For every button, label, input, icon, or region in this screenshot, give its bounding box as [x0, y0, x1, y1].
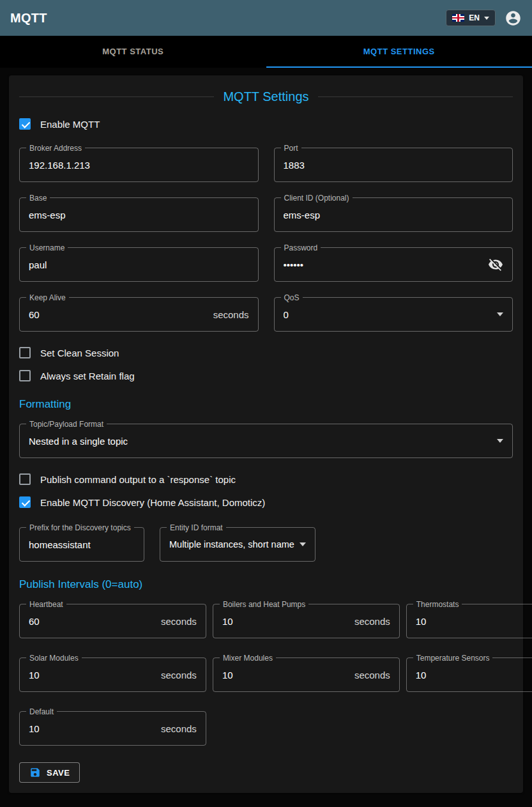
boilers-field: Boilers and Heat Pumps seconds — [213, 604, 400, 638]
base-field: Base — [19, 197, 259, 232]
discovery-prefix-label: Prefix for the Discovery topics — [26, 523, 134, 533]
keep-alive-label: Keep Alive — [26, 293, 69, 303]
save-button-label: SAVE — [47, 768, 70, 778]
port-field: Port — [274, 148, 513, 182]
username-field: Username — [19, 247, 259, 282]
discovery-label: Enable MQTT Discovery (Home Assistant, D… — [40, 497, 265, 508]
topic-format-value: Nested in a single topic — [29, 436, 492, 447]
topic-format-select[interactable]: Topic/Payload Format Nested in a single … — [19, 424, 513, 458]
discovery-checkbox[interactable] — [19, 496, 31, 508]
client-id-input[interactable] — [284, 210, 504, 220]
username-label: Username — [26, 243, 68, 253]
publish-response-row: Publish command output to a `response` t… — [19, 473, 513, 485]
retain-flag-checkbox[interactable] — [19, 370, 31, 381]
entity-id-format-value: Multiple instances, short name — [169, 539, 294, 550]
clean-session-row: Set Clean Session — [19, 347, 513, 358]
heartbeat-suffix: seconds — [161, 616, 197, 627]
heartbeat-field: Heartbeat seconds — [19, 604, 206, 638]
page-title: MQTT Settings — [223, 89, 308, 104]
qos-value: 0 — [284, 309, 492, 320]
base-label: Base — [26, 193, 50, 203]
save-icon — [29, 767, 41, 778]
language-label: EN — [469, 13, 480, 22]
heartbeat-input[interactable] — [29, 616, 156, 627]
password-input[interactable] — [284, 259, 483, 270]
base-clientid-row: Base Client ID (Optional) — [19, 197, 513, 232]
solar-input[interactable] — [29, 670, 156, 680]
keepalive-qos-row: Keep Alive seconds QoS 0 — [19, 297, 513, 332]
tab-mqtt-status[interactable]: MQTT STATUS — [0, 36, 266, 68]
clean-session-label: Set Clean Session — [40, 348, 119, 358]
solar-field: Solar Modules seconds — [19, 657, 206, 692]
broker-address-field: Broker Address — [19, 148, 259, 182]
entity-id-format-label: Entity ID format — [167, 523, 226, 533]
discovery-prefix-field: Prefix for the Discovery topics — [19, 527, 144, 562]
qos-select[interactable]: QoS 0 — [274, 297, 513, 332]
settings-card: MQTT Settings Enable MQTT Broker Address… — [9, 75, 523, 793]
uk-flag-icon — [452, 14, 464, 22]
thermostats-input[interactable] — [416, 616, 532, 627]
formatting-heading: Formatting — [19, 398, 513, 411]
retain-flag-label: Always set Retain flag — [40, 371, 135, 381]
dropdown-arrow-icon — [497, 439, 503, 443]
account-button[interactable] — [505, 10, 522, 27]
mixer-suffix: seconds — [354, 670, 390, 680]
temperature-sensors-label: Temperature Sensors — [413, 653, 493, 663]
broker-address-label: Broker Address — [26, 143, 85, 153]
divider-line — [19, 96, 214, 97]
retain-flag-row: Always set Retain flag — [19, 370, 513, 381]
app-bar-actions: EN — [446, 10, 522, 27]
password-field: Password — [274, 247, 513, 282]
entity-id-format-select[interactable]: Entity ID format Multiple instances, sho… — [160, 527, 315, 562]
username-input[interactable] — [29, 259, 249, 270]
temperature-sensors-field: Temperature Sensors seconds — [406, 657, 532, 692]
app-bar: MQTT EN — [0, 0, 532, 36]
page-title-divider: MQTT Settings — [19, 89, 513, 104]
password-label: Password — [281, 243, 321, 253]
base-input[interactable] — [29, 210, 249, 220]
mixer-input[interactable] — [222, 670, 349, 680]
clean-session-checkbox[interactable] — [19, 347, 31, 358]
enable-mqtt-row: Enable MQTT — [19, 118, 513, 130]
visibility-off-icon[interactable] — [488, 257, 503, 272]
boilers-input[interactable] — [222, 616, 349, 627]
port-input[interactable] — [284, 160, 504, 171]
keep-alive-input[interactable] — [29, 309, 208, 320]
port-label: Port — [281, 143, 301, 153]
broker-address-input[interactable] — [29, 160, 249, 171]
boilers-suffix: seconds — [354, 616, 390, 627]
topic-format-label: Topic/Payload Format — [26, 419, 107, 429]
default-interval-suffix: seconds — [161, 723, 197, 734]
enable-mqtt-checkbox[interactable] — [19, 118, 31, 130]
credentials-row: Username Password — [19, 247, 513, 282]
tab-bar: MQTT STATUS MQTT SETTINGS — [0, 36, 532, 68]
mixer-label: Mixer Modules — [220, 653, 276, 663]
keep-alive-suffix: seconds — [213, 309, 249, 320]
thermostats-label: Thermostats — [413, 599, 462, 610]
discovery-prefix-input[interactable] — [29, 539, 135, 550]
account-circle-icon — [505, 10, 522, 27]
intervals-grid: Heartbeat seconds Boilers and Heat Pumps… — [19, 604, 513, 746]
mixer-field: Mixer Modules seconds — [213, 657, 400, 692]
tab-mqtt-settings[interactable]: MQTT SETTINGS — [266, 36, 532, 68]
app-title: MQTT — [10, 11, 47, 26]
solar-suffix: seconds — [161, 670, 197, 680]
broker-port-row: Broker Address Port — [19, 148, 513, 182]
default-interval-input[interactable] — [29, 723, 156, 734]
temperature-sensors-input[interactable] — [416, 670, 532, 680]
discovery-config-row: Prefix for the Discovery topics Entity I… — [19, 527, 513, 562]
publish-response-checkbox[interactable] — [19, 473, 31, 485]
dropdown-arrow-icon — [497, 312, 503, 316]
publish-intervals-heading: Publish Intervals (0=auto) — [19, 578, 513, 591]
client-id-label: Client ID (Optional) — [281, 193, 353, 203]
boilers-label: Boilers and Heat Pumps — [220, 599, 308, 610]
client-id-field: Client ID (Optional) — [274, 197, 513, 232]
divider-line — [318, 96, 513, 97]
chevron-down-icon — [484, 17, 489, 20]
publish-response-label: Publish command output to a `response` t… — [40, 474, 236, 485]
qos-label: QoS — [281, 293, 303, 303]
save-button[interactable]: SAVE — [19, 762, 80, 783]
keep-alive-field: Keep Alive seconds — [19, 297, 259, 332]
language-selector-button[interactable]: EN — [446, 10, 496, 26]
heartbeat-label: Heartbeat — [26, 599, 66, 610]
